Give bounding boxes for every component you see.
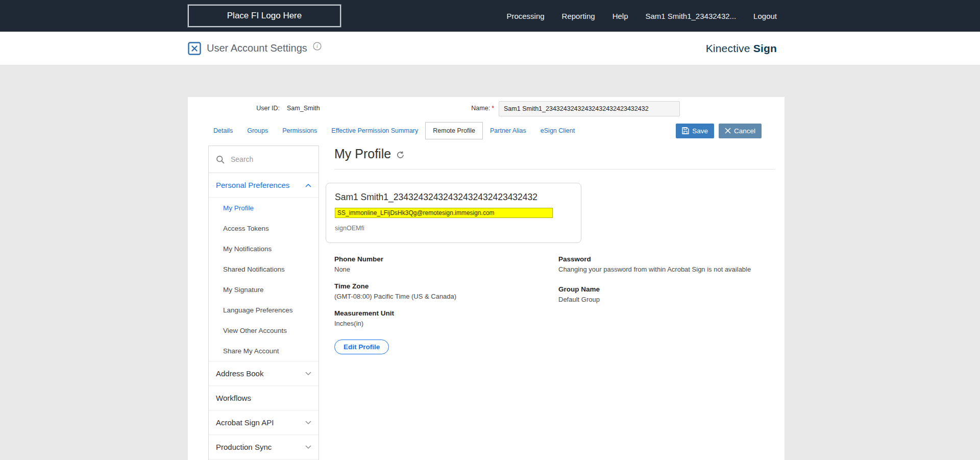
field-time-zone: Time Zone (GMT-08:00) Pacific Time (US &… [334, 282, 558, 300]
remote-profile-content: Personal Preferences My Profile Access T… [208, 146, 775, 460]
sidebar-item-shared-notifications[interactable]: Shared Notifications [209, 259, 318, 279]
sidebar-item-my-notifications[interactable]: My Notifications [209, 238, 318, 259]
cancel-button-label: Cancel [734, 127, 755, 135]
chevron-down-icon [305, 372, 311, 376]
chevron-down-icon [305, 421, 311, 425]
sidebar-group-workflows[interactable]: Workflows [209, 386, 318, 410]
save-button-label: Save [692, 127, 708, 135]
save-icon [682, 127, 689, 134]
user-id-value: Sam_Smith [287, 105, 320, 112]
heading-divider [334, 169, 775, 170]
phone-number-label: Phone Number [334, 255, 558, 263]
sidebar-item-language-preferences[interactable]: Language Preferences [209, 300, 318, 320]
group-name-value: Default Group [558, 296, 775, 303]
save-button[interactable]: Save [676, 124, 714, 138]
chevron-up-icon [305, 183, 311, 187]
settings-sidebar: Personal Preferences My Profile Access T… [208, 146, 319, 460]
field-measurement-unit: Measurement Unit Inches(in) [334, 309, 558, 327]
nav-help[interactable]: Help [612, 12, 628, 20]
tab-groups[interactable]: Groups [240, 123, 275, 139]
sidebar-item-view-other-accounts[interactable]: View Other Accounts [209, 320, 318, 341]
svg-text:i: i [316, 43, 318, 49]
nav-reporting[interactable]: Reporting [562, 12, 595, 20]
account-identity-row: User ID: Sam_Smith Name:* [188, 97, 785, 120]
tab-effective-permission-summary[interactable]: Effective Permission Summary [324, 123, 425, 139]
required-asterisk: * [492, 105, 494, 112]
profile-company: signOEMfi [335, 225, 572, 232]
edit-profile-button[interactable]: Edit Profile [334, 340, 389, 354]
info-icon[interactable]: i [313, 42, 322, 51]
password-label: Password [558, 255, 775, 263]
tab-bar: Details Groups Permissions Effective Per… [206, 120, 785, 141]
my-profile-main: My Profile Sam1 Smith1_23432432432432432… [334, 146, 775, 460]
page-title: User Account Settings [207, 42, 307, 54]
my-profile-heading: My Profile [334, 147, 391, 161]
profile-display-name: Sam1 Smith1_2343243243243243243242343243… [335, 192, 572, 203]
sidebar-item-my-signature[interactable]: My Signature [209, 279, 318, 300]
top-bar: Place FI Logo Here Processing Reporting … [0, 0, 980, 32]
nav-username[interactable]: Sam1 Smith1_23432432... [645, 12, 736, 20]
sidebar-item-access-tokens[interactable]: Access Tokens [209, 218, 318, 238]
profile-email-highlighted[interactable]: SS_immonline_LFijDsHk3Qg@remotesign.imme… [335, 208, 553, 218]
tab-permissions[interactable]: Permissions [275, 123, 324, 139]
sidebar-group-address-book[interactable]: Address Book [209, 361, 318, 386]
tab-partner-alias[interactable]: Partner Alias [483, 123, 533, 139]
fi-logo-placeholder[interactable]: Place FI Logo Here [188, 5, 341, 27]
cancel-x-icon [725, 128, 731, 134]
field-phone-number: Phone Number None [334, 255, 558, 273]
personal-preferences-items: My Profile Access Tokens My Notification… [209, 198, 318, 361]
fi-logo-text: Place FI Logo Here [227, 11, 302, 21]
sidebar-item-share-my-account[interactable]: Share My Account [209, 341, 318, 361]
sidebar-group-personal-preferences[interactable]: Personal Preferences [209, 173, 318, 198]
tab-esign-client[interactable]: eSign Client [533, 123, 582, 139]
chevron-down-icon [305, 445, 311, 449]
brand-name: Kinective [706, 42, 750, 54]
top-navigation: Processing Reporting Help Sam1 Smith1_23… [506, 12, 777, 20]
sidebar-group-production-sync[interactable]: Production Sync [209, 435, 318, 459]
measurement-unit-label: Measurement Unit [334, 309, 558, 317]
user-id-label: User ID: [224, 105, 280, 112]
sidebar-item-my-profile[interactable]: My Profile [209, 198, 318, 218]
field-group-name: Group Name Default Group [558, 285, 775, 303]
profile-card: Sam1 Smith1_2343243243243243243242343243… [326, 183, 581, 243]
name-input[interactable] [499, 101, 680, 116]
nav-processing[interactable]: Processing [506, 12, 544, 20]
name-label: Name:* [447, 105, 494, 112]
search-input[interactable] [230, 155, 319, 164]
cancel-button[interactable]: Cancel [719, 124, 762, 138]
sidebar-search [209, 146, 318, 173]
search-icon [216, 155, 225, 164]
tab-remote-profile[interactable]: Remote Profile [425, 122, 483, 139]
time-zone-label: Time Zone [334, 282, 558, 290]
brand-product: Sign [753, 42, 777, 54]
user-account-panel: User ID: Sam_Smith Name:* Details Groups… [188, 97, 785, 460]
phone-number-value: None [334, 265, 558, 273]
profile-fields: Phone Number None Time Zone (GMT-08:00) … [334, 255, 775, 354]
measurement-unit-value: Inches(in) [334, 320, 558, 327]
refresh-icon[interactable] [396, 151, 405, 159]
password-value: Changing your password from within Acrob… [558, 265, 775, 273]
group-name-label: Group Name [558, 285, 775, 293]
time-zone-value: (GMT-08:00) Pacific Time (US & Canada) [334, 293, 558, 300]
page-header: User Account Settings i Kinective Sign [0, 32, 980, 65]
brand-logo: Kinective Sign [706, 42, 777, 55]
tab-details[interactable]: Details [206, 123, 240, 139]
field-password: Password Changing your password from wit… [558, 255, 775, 273]
nav-logout[interactable]: Logout [753, 12, 777, 20]
sidebar-group-acrobat-sign-api[interactable]: Acrobat Sign API [209, 410, 318, 435]
user-settings-icon [188, 42, 201, 55]
